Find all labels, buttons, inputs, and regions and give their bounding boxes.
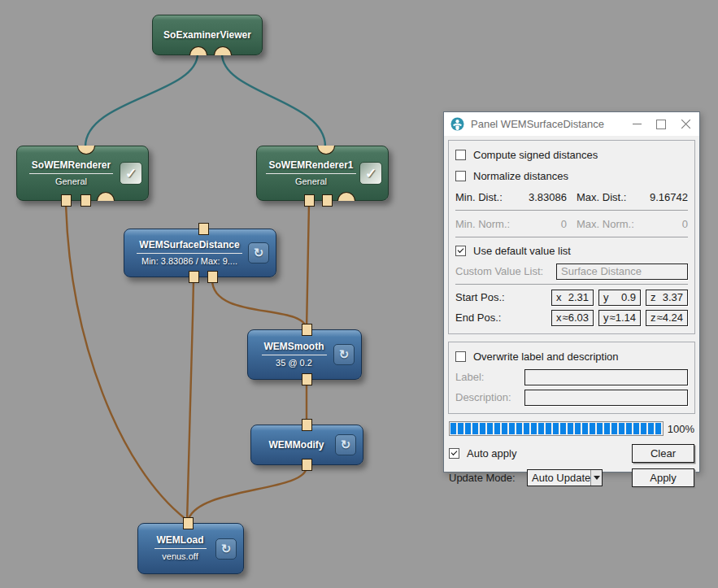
axis-label: z <box>651 311 656 324</box>
wem-input-connector[interactable] <box>189 271 199 283</box>
node-title: SoExaminerViewer <box>161 29 254 41</box>
node-soexaminerviewer[interactable]: SoExaminerViewer <box>152 15 263 55</box>
node-title: WEMLoad <box>154 534 207 549</box>
refresh-icon: ↻ <box>221 542 232 556</box>
auto-apply-checkbox[interactable] <box>449 448 459 459</box>
wem-input-connector[interactable] <box>207 271 218 283</box>
node-wemmodify[interactable]: WEMModify ↻ <box>250 425 363 465</box>
scene-input-connector[interactable] <box>189 46 207 55</box>
refresh-icon: ↻ <box>339 347 350 362</box>
scene-output-connector[interactable] <box>317 146 335 155</box>
auto-apply-label: Auto apply <box>467 447 516 460</box>
max-norm-value: 0 <box>634 218 688 230</box>
panel-titlebar[interactable]: Panel WEMSurfaceDistance <box>444 112 699 136</box>
wire-renderer1-to-smooth <box>307 203 309 330</box>
axis-value: ≈1.14 <box>610 311 636 324</box>
update-mode-dropdown[interactable]: Auto Update <box>527 469 603 486</box>
panel-title: Panel WEMSurfaceDistance <box>471 118 624 130</box>
maximize-icon <box>656 120 666 129</box>
update-mode-label: Update Mode: <box>449 472 527 484</box>
check-icon: ✓ <box>125 165 137 182</box>
compute-signed-checkbox[interactable] <box>455 150 466 160</box>
end-pos-z-field[interactable]: z ≈4.24 <box>646 310 688 326</box>
node-update-button[interactable]: ↻ <box>333 344 355 365</box>
description-label: Description: <box>455 391 524 403</box>
wem-input-connector[interactable] <box>302 459 312 471</box>
wem-output-connector[interactable] <box>302 324 312 336</box>
scene-input-connector[interactable] <box>97 192 115 201</box>
custom-value-list-label: Custom Value List: <box>455 265 556 277</box>
wem-input-connector[interactable] <box>302 373 312 385</box>
clear-button[interactable]: Clear <box>632 444 694 463</box>
maximize-button[interactable] <box>649 115 673 133</box>
wem-output-connector[interactable] <box>302 419 312 431</box>
node-title: WEMModify <box>267 439 327 451</box>
wem-input-connector[interactable] <box>322 194 333 207</box>
scene-input-connector[interactable] <box>337 192 355 201</box>
scene-output-connector[interactable] <box>77 146 95 155</box>
node-subtitle: General <box>20 176 122 188</box>
description-field <box>524 390 688 406</box>
wem-input-connector[interactable] <box>304 194 315 207</box>
start-pos-label: Start Pos.: <box>455 291 546 303</box>
end-pos-y-field[interactable]: y ≈1.14 <box>598 310 641 326</box>
max-norm-label: Max. Norm.: <box>577 218 634 230</box>
progress-percent: 100% <box>664 423 694 435</box>
node-update-button[interactable]: ↻ <box>248 242 269 264</box>
progress-bar <box>449 421 664 436</box>
max-dist-value: 9.16742 <box>626 191 688 203</box>
min-dist-label: Min. Dist.: <box>455 191 503 203</box>
wem-output-connector[interactable] <box>183 517 194 529</box>
node-title: SoWEMRenderer1 <box>266 159 355 174</box>
min-norm-value: 0 <box>510 218 567 230</box>
node-update-button[interactable]: ↻ <box>335 434 356 455</box>
axis-value: 2.31 <box>568 291 589 303</box>
scene-input-connector[interactable] <box>214 46 232 55</box>
custom-value-list-value: Surface Distance <box>561 265 642 277</box>
node-subtitle: 35 @ 0.2 <box>251 358 337 369</box>
end-pos-x-field[interactable]: x ≈6.03 <box>551 310 594 326</box>
node-wemsurfacedistance[interactable]: WEMSurfaceDistance Min: 3.83086 / Max: 9… <box>124 229 276 277</box>
node-wemsmooth[interactable]: WEMSmooth 35 @ 0.2 ↻ <box>247 329 362 380</box>
custom-value-list-field: Surface Distance <box>556 264 688 280</box>
normalize-checkbox[interactable] <box>455 171 466 181</box>
overwrite-checkbox[interactable] <box>455 351 466 362</box>
node-sowemrenderer[interactable]: SoWEMRenderer General ✓ <box>16 146 149 201</box>
close-button[interactable] <box>673 115 698 133</box>
start-pos-z-field[interactable]: z 3.37 <box>646 290 688 306</box>
use-default-list-checkbox[interactable] <box>455 246 466 256</box>
node-sowemrenderer1[interactable]: SoWEMRenderer1 General ✓ <box>256 146 389 201</box>
axis-label: x <box>556 311 562 324</box>
node-update-button[interactable]: ↻ <box>215 538 237 560</box>
wire-examiner-to-renderer <box>85 54 198 146</box>
node-wemload[interactable]: WEMLoad venus.off ↻ <box>137 523 244 574</box>
node-subtitle: venus.off <box>141 551 219 563</box>
minimize-icon <box>633 124 642 124</box>
min-dist-value: 3.83086 <box>503 191 567 203</box>
axis-value: 3.37 <box>663 291 683 303</box>
start-pos-y-field[interactable]: y 0.9 <box>598 290 641 306</box>
end-pos-label: End Pos.: <box>455 311 546 324</box>
min-norm-label: Min. Norm.: <box>455 218 510 230</box>
apply-button[interactable]: Apply <box>632 468 694 487</box>
chevron-down-icon <box>594 476 600 480</box>
dropdown-arrow-button[interactable] <box>590 470 602 486</box>
apply-button-label: Apply <box>650 472 677 484</box>
update-mode-value: Auto Update <box>528 472 590 484</box>
wem-input-connector[interactable] <box>81 194 91 207</box>
node-enable-checkbox[interactable]: ✓ <box>359 162 382 185</box>
normalize-label: Normalize distances <box>473 170 568 182</box>
wem-input-connector[interactable] <box>61 194 72 207</box>
node-enable-checkbox[interactable]: ✓ <box>120 162 142 185</box>
minimize-button[interactable] <box>624 115 649 133</box>
refresh-icon: ↻ <box>341 438 351 452</box>
start-pos-x-field[interactable]: x 2.31 <box>551 290 594 306</box>
wire-examiner-to-renderer1 <box>222 54 325 146</box>
label-label: Label: <box>455 371 524 383</box>
max-dist-label: Max. Dist.: <box>577 191 626 203</box>
progress-row: 100% <box>449 421 694 436</box>
wem-output-connector[interactable] <box>198 223 209 235</box>
separator <box>455 237 688 237</box>
axis-label: y <box>603 311 609 324</box>
distance-settings-group: Compute signed distances Normalize dista… <box>448 140 695 334</box>
